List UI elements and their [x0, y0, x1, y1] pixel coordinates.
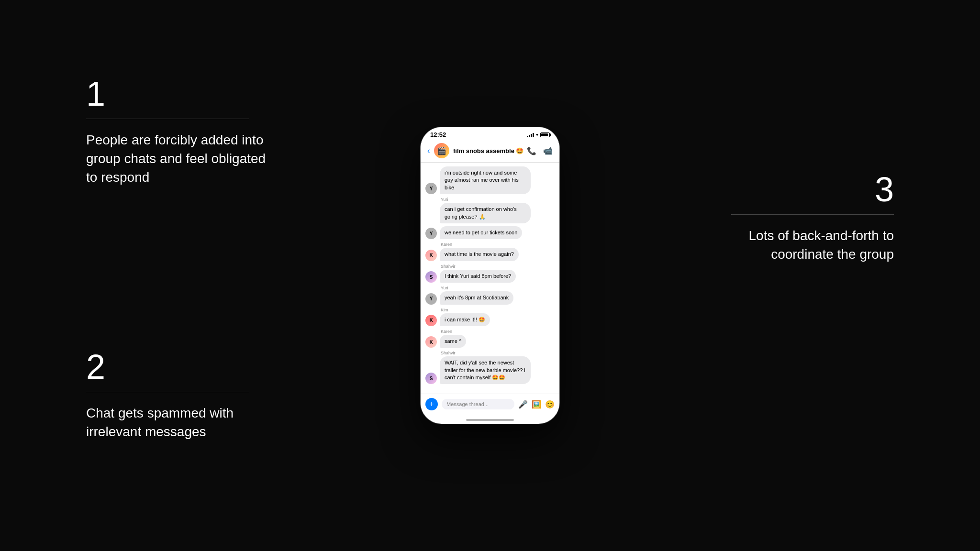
sender-name: Shahvir	[441, 351, 531, 355]
message-row: S Shahvir I think Yuri said 8pm before?	[425, 264, 555, 283]
right-panel: 3 Lots of back-and-forth to coordinate t…	[722, 172, 894, 264]
bubble-wrap: Yuri can i get confirmation on who's goi…	[440, 197, 531, 223]
message-bubble: we need to get our tickets soon	[440, 226, 522, 239]
bubble-wrap: Karen same ^	[440, 329, 466, 348]
back-button[interactable]: ‹	[427, 146, 430, 156]
group-name: film snobs assemble 🤩	[453, 147, 524, 154]
point-2-number: 2	[86, 350, 268, 384]
input-icons: 🎤 🖼️ 😊	[518, 400, 555, 409]
point-2-text: Chat gets spammed with irrelevant messag…	[86, 404, 268, 441]
avatar: K	[425, 315, 437, 326]
point-2-container: 2 Chat gets spammed with irrelevant mess…	[86, 350, 268, 441]
nav-left: ‹ 🎬 film snobs assemble 🤩	[427, 143, 524, 158]
message-bubble: WAIT, did y'all see the newest trailer f…	[440, 356, 531, 384]
message-input[interactable]: Message thread...	[442, 399, 514, 409]
status-bar: 12:52 ▾	[421, 127, 559, 140]
phone-frame: 12:52 ▾ ‹ 🎬 film sn	[421, 127, 559, 424]
status-icons: ▾	[527, 132, 550, 137]
message-row: Y Yuri yeah it's 8pm at Scotiabank	[425, 286, 555, 304]
emoji-icon[interactable]: 😊	[545, 400, 555, 409]
avatar: S	[425, 373, 437, 384]
bubble-wrap: Kim i can make it!! 🤩	[440, 308, 490, 326]
wifi-icon: ▾	[536, 132, 538, 137]
bubble-wrap: Shahvir I think Yuri said 8pm before?	[440, 264, 516, 283]
sender-name: Shahvir	[441, 264, 516, 269]
input-bar: + Message thread... 🎤 🖼️ 😊	[421, 394, 559, 414]
nav-bar: ‹ 🎬 film snobs assemble 🤩 📞 📹	[421, 140, 559, 163]
add-button[interactable]: +	[425, 398, 438, 410]
bubble-wrap: Yuri yeah it's 8pm at Scotiabank	[440, 286, 513, 304]
message-row: Y we need to get our tickets soon	[425, 226, 555, 239]
divider-1	[86, 119, 249, 119]
message-row: K Karen what time is the movie again?	[425, 242, 555, 261]
divider-2	[86, 392, 249, 392]
message-bubble: I think Yuri said 8pm before?	[440, 270, 516, 283]
message-bubble: i'm outside right now and some guy almos…	[440, 166, 531, 194]
message-row: Yuri can i get confirmation on who's goi…	[425, 197, 555, 223]
avatar: Y	[425, 293, 437, 305]
battery-icon	[540, 132, 550, 137]
sender-name: Yuri	[441, 197, 531, 202]
message-row: K Karen same ^	[425, 329, 555, 348]
left-panel: 1 People are forcibly added into group c…	[86, 77, 268, 441]
bubble-wrap: Shahvir WAIT, did y'all see the newest t…	[440, 351, 531, 384]
signal-icon	[527, 132, 534, 137]
message-row: K Kim i can make it!! 🤩	[425, 308, 555, 326]
group-avatar: 🎬	[434, 143, 449, 158]
avatar: K	[425, 250, 437, 261]
microphone-icon[interactable]: 🎤	[518, 400, 528, 409]
bubble-wrap: Karen what time is the movie again?	[440, 242, 519, 261]
point-1-text: People are forcibly added into group cha…	[86, 131, 268, 187]
point-3-text: Lots of back-and-forth to coordinate the…	[722, 226, 894, 264]
home-indicator	[466, 419, 514, 421]
message-bubble: yeah it's 8pm at Scotiabank	[440, 291, 513, 304]
message-bubble: same ^	[440, 335, 466, 348]
video-call-icon[interactable]: 📹	[543, 146, 553, 155]
message-row: S Shahvir WAIT, did y'all see the newest…	[425, 351, 555, 384]
phone-call-icon[interactable]: 📞	[527, 146, 536, 155]
status-time: 12:52	[430, 131, 446, 138]
message-row: Y i'm outside right now and some guy alm…	[425, 166, 555, 194]
avatar: S	[425, 271, 437, 283]
message-bubble: what time is the movie again?	[440, 248, 519, 261]
sender-name: Karen	[441, 242, 519, 247]
sender-name: Kim	[441, 308, 490, 312]
bubble-wrap: i'm outside right now and some guy almos…	[440, 166, 531, 194]
sender-name: Yuri	[441, 286, 513, 290]
avatar: Y	[425, 183, 437, 194]
bubble-wrap: we need to get our tickets soon	[440, 226, 522, 239]
message-bubble: i can make it!! 🤩	[440, 313, 490, 326]
message-bubble: can i get confirmation on who's going pl…	[440, 203, 531, 223]
phone-mockup: 12:52 ▾ ‹ 🎬 film sn	[421, 127, 559, 424]
nav-right: 📞 📹	[527, 146, 553, 155]
point-3-number: 3	[722, 172, 894, 207]
sender-name: Karen	[441, 329, 466, 334]
point-1-number: 1	[86, 77, 268, 111]
avatar: Y	[425, 228, 437, 239]
photo-icon[interactable]: 🖼️	[532, 400, 541, 409]
chat-area[interactable]: Y i'm outside right now and some guy alm…	[421, 163, 559, 393]
divider-3	[731, 214, 894, 215]
avatar: K	[425, 336, 437, 348]
